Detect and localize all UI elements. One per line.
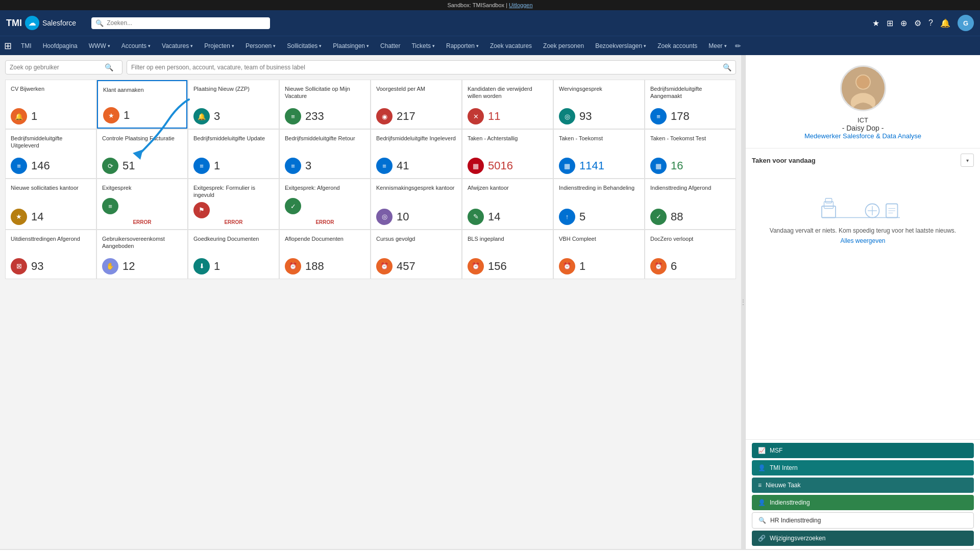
tmi-intern-button[interactable]: 👤 TMI Intern [752, 460, 974, 475]
dashboard-card[interactable]: DocZero verloopt⏰6 [645, 230, 736, 279]
card-number: 156 [488, 260, 507, 273]
msf-button[interactable]: 📈 MSF [752, 443, 974, 458]
dashboard-card[interactable]: BLS ingepland⏰156 [462, 230, 553, 279]
nav-item-chatter[interactable]: Chatter [375, 38, 405, 54]
nav-item-bezoekverslagen[interactable]: Bezoekverslagen ▾ [590, 38, 651, 54]
card-title: Nieuwe sollicitaties kantoor [11, 184, 91, 191]
dashboard-card[interactable]: Klant aanmaken★1 [97, 80, 187, 129]
taken-dropdown[interactable]: ▾ [961, 154, 974, 167]
dashboard-card[interactable]: Indiensttreding in Behandeling↑5 [554, 179, 644, 229]
dashboard-card[interactable]: Indiensttreding Afgerond✓88 [645, 179, 736, 229]
indiensttreding-button[interactable]: 👤 Indiensttreding [752, 495, 974, 510]
dashboard-card[interactable]: Exitgesprek: Formulier is ingevuld⚑ERROR [188, 179, 279, 229]
bottom-bar: 📊 3 G Dashboard Dit dashboard is vernieu… [0, 549, 980, 551]
dashboard-card[interactable]: Exitgesprek: Afgerond✓ERROR [280, 179, 370, 229]
profile-photo [842, 65, 885, 111]
nav-item-plaatsingen[interactable]: Plaatsingen ▾ [328, 38, 374, 54]
dashboard-card[interactable]: Plaatsing Nieuw (ZZP)🔔3 [188, 80, 279, 129]
dashboard-card[interactable]: Taken - Toekomst Test▦16 [645, 130, 736, 178]
nav-item-zoek-personen[interactable]: Zoek personen [538, 38, 589, 54]
nav-item-www[interactable]: WWW ▾ [84, 38, 115, 54]
dashboard-card[interactable]: Bedrijfsmiddeluitgifte Uitgeleverd≡146 [6, 130, 96, 178]
nav-item-accounts[interactable]: Accounts ▾ [116, 38, 156, 54]
hr-icon: 🔍 [758, 517, 766, 524]
nav-app-label[interactable]: TMI [16, 38, 37, 54]
dashboard-card[interactable]: Bedrijfsmiddeluitgifte Update≡1 [188, 130, 279, 178]
logout-link[interactable]: Uitloggen [509, 2, 532, 8]
label-filter-input[interactable] [131, 64, 720, 71]
dashboard-card[interactable]: Uitdiensttredingen Afgerond⊠93 [6, 230, 96, 279]
dashboard-card[interactable]: Gebruikersovereenkomst Aangeboden✋12 [97, 230, 187, 279]
wijzigingen-label: Wijzigingsverzoeken [770, 535, 825, 542]
card-error: ERROR [102, 219, 182, 225]
dashboard-card[interactable]: Aflopende Documenten⏰188 [280, 230, 370, 279]
card-title: Exitgesprek: Formulier is ingevuld [193, 184, 274, 199]
card-title: Bedrijfsmiddeluitgifte Retour [285, 135, 365, 142]
taken-section: Taken voor vandaag ▾ V [746, 148, 980, 440]
msf-icon: 📈 [758, 447, 766, 454]
dashboard-card[interactable]: Bedrijfsmiddeluitgifte Ingeleverd≡41 [371, 130, 461, 178]
dashboard-card[interactable]: Taken - Achterstallig▦5016 [462, 130, 553, 178]
nav-item-home[interactable]: Hoofdpagina [38, 38, 83, 54]
card-icon: ✕ [468, 108, 484, 124]
resize-handle[interactable] [741, 55, 745, 549]
nav-item-tickets[interactable]: Tickets ▾ [406, 38, 440, 54]
logo-text: TMI [6, 18, 22, 29]
nav-edit-icon[interactable]: ✏ [735, 42, 741, 50]
user-avatar[interactable]: G [958, 15, 974, 31]
nav-item-personen[interactable]: Personen ▾ [240, 38, 281, 54]
nav-item-projecten[interactable]: Projecten ▾ [199, 38, 239, 54]
nieuwe-taak-icon: ≡ [758, 482, 762, 489]
dashboard-card[interactable]: Cursus gevolgd⏰457 [371, 230, 461, 279]
nav-item-rapporten[interactable]: Rapporten ▾ [441, 38, 484, 54]
waffle-icon[interactable]: ⊞ [887, 18, 893, 28]
nav-item-zoek-accounts[interactable]: Zoek accounts [652, 38, 702, 54]
label-search-button[interactable]: 🔍 [723, 63, 731, 71]
dashboard-card[interactable]: Goedkeuring Documenten⬇1 [188, 230, 279, 279]
search-input[interactable] [107, 19, 266, 27]
profile-name: - Daisy Dop - [842, 124, 884, 132]
dashboard-card[interactable]: Bedrijfsmiddeluitgifte Aangemaakt≡178 [645, 80, 736, 129]
dashboard-card[interactable]: Nieuwe sollicitaties kantoor★14 [6, 179, 96, 229]
nav-item-zoek-vacatures[interactable]: Zoek vacatures [485, 38, 537, 54]
add-icon[interactable]: ⊕ [900, 18, 907, 28]
card-number: 1 [579, 260, 585, 273]
dashboard-card[interactable]: Nieuwe Sollicitatie op Mijn Vacature≡233 [280, 80, 370, 129]
dashboard-card[interactable]: Afwijzen kantoor✎14 [462, 179, 553, 229]
notification-icon[interactable]: 🔔 [940, 18, 950, 28]
taken-all-link[interactable]: Alles weergeven [840, 237, 885, 244]
dashboard-card[interactable]: Kennismakingsgesprek kantoor◎10 [371, 179, 461, 229]
dashboard-card[interactable]: Controle Plaatsing Facturatie⟳51 [97, 130, 187, 178]
nav-item-sollicitaties[interactable]: Sollicitaties ▾ [282, 38, 327, 54]
nieuwe-taak-button[interactable]: ≡ Nieuwe Taak [752, 478, 974, 493]
dashboard-card[interactable]: Taken - Toekomst▦1141 [554, 130, 644, 178]
card-number: 88 [671, 210, 683, 223]
global-search[interactable]: 🔍 [91, 17, 270, 29]
card-number: 5 [579, 210, 585, 223]
card-number: 457 [397, 260, 415, 273]
favorites-icon[interactable]: ★ [872, 18, 879, 28]
card-icon: ⊠ [11, 258, 27, 274]
hr-indiensttreding-button[interactable]: 🔍 HR Indiensttreding [752, 512, 974, 529]
nav-item-meer[interactable]: Meer ▾ [703, 38, 731, 54]
setup-icon[interactable]: ⚙ [914, 18, 921, 28]
dashboard-card[interactable]: Voorgesteld per AM◉217 [371, 80, 461, 129]
card-title: Bedrijfsmiddeluitgifte Uitgeleverd [11, 135, 91, 149]
help-icon[interactable]: ? [928, 18, 933, 28]
action-buttons: 📈 MSF 👤 TMI Intern ≡ Nieuwe Taak 👤 Indie… [746, 440, 980, 549]
dashboard-card[interactable]: Exitgesprek≡ERROR [97, 179, 187, 229]
card-icon: ✎ [468, 209, 484, 225]
dashboard-card[interactable]: Kandidaten die verwijderd willen worden✕… [462, 80, 553, 129]
nav-item-vacatures[interactable]: Vacatures ▾ [157, 38, 198, 54]
user-search-input[interactable] [10, 64, 102, 71]
dashboard-card[interactable]: CV Bijwerken🔔1 [6, 80, 96, 129]
card-icon: ≡ [650, 108, 667, 124]
dashboard-card[interactable]: Wervingsgesprek◎93 [554, 80, 644, 129]
user-search-button[interactable]: 🔍 [105, 63, 113, 71]
card-number: 1 [214, 159, 220, 172]
profile-avatar [840, 65, 886, 111]
nav-grid-icon[interactable]: ⊞ [4, 40, 12, 52]
dashboard-card[interactable]: VBH Compleet⏰1 [554, 230, 644, 279]
dashboard-card[interactable]: Bedrijfsmiddeluitgifte Retour≡3 [280, 130, 370, 178]
wijzigingsverzoeken-button[interactable]: 🔗 Wijzigingsverzoeken [752, 531, 974, 546]
